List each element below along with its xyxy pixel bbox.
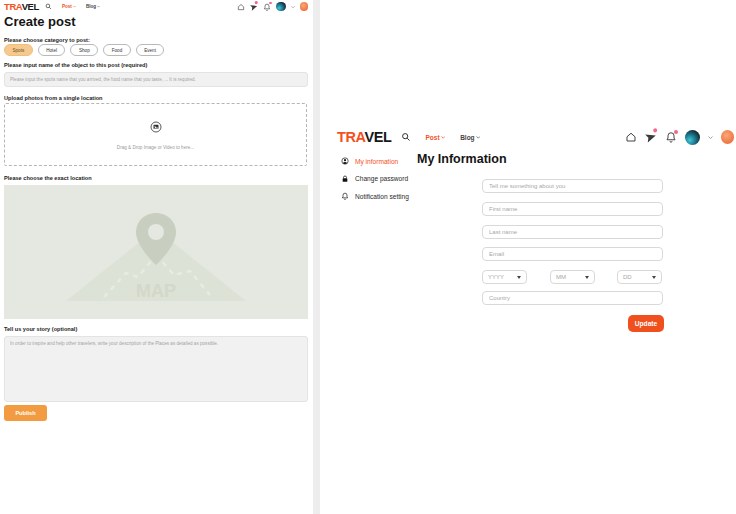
post-name-input[interactable] [4,72,308,87]
profile-circle-icon [341,157,349,165]
upload-dropzone[interactable]: Drag & Drop Image or Video to here... [4,103,307,166]
sidebar-item-change-password[interactable]: Change password [341,174,421,184]
send-icon[interactable] [249,1,259,11]
story-label: Tell us your story (optional) [4,326,77,332]
scrollbar[interactable] [313,0,320,514]
map-picker[interactable]: MAP [4,185,308,319]
category-chips: Spots Hotel Shop Food Event [4,44,164,56]
publish-button[interactable]: Publish [4,405,47,421]
page-title: My Information [417,152,507,166]
dob-day-select[interactable]: DD [617,270,662,284]
bell-icon[interactable] [263,3,271,11]
country-field[interactable] [482,291,663,305]
search-icon[interactable] [45,3,52,10]
page-title: Create post [4,14,76,29]
image-upload-icon [148,119,164,139]
nav-blog[interactable]: Blog [460,134,480,141]
nav-blog[interactable]: Blog [86,4,100,9]
map-placeholder-graphic: MAP [4,185,308,319]
settings-sidebar: My information Change password Notificat… [341,156,421,209]
lock-icon [341,175,349,183]
map-text: MAP [136,281,176,301]
left-header: TRAVEL Post Blog [4,1,308,12]
chevron-down-icon [585,276,589,279]
notification-dot [674,130,678,134]
chip-food[interactable]: Food [103,44,130,56]
first-name-input[interactable] [482,202,663,216]
chip-event[interactable]: Event [136,44,165,56]
avatar[interactable] [685,130,700,145]
name-label: Please input name of the object to this … [4,62,147,68]
location-label: Please choose the exact location [4,175,92,181]
notification-dot [255,0,258,3]
chip-spots[interactable]: Spots [4,44,33,56]
chevron-down-icon [652,276,656,279]
travel-logo[interactable]: TRAVEL [337,129,392,145]
chevron-down-icon[interactable] [708,135,713,140]
send-icon[interactable] [643,129,658,144]
home-icon[interactable] [237,3,245,11]
chevron-down-icon [517,276,521,279]
bell-icon[interactable] [665,131,677,143]
search-icon[interactable] [401,132,411,142]
upload-hint: Drag & Drop Image or Video to here... [117,145,194,150]
email-field[interactable] [482,247,663,261]
avatar[interactable] [276,2,286,12]
travel-logo[interactable]: TRAVEL [4,1,39,12]
category-label: Please choose category to post: [4,37,90,43]
dob-year-select[interactable]: YYYY [482,270,527,284]
notification-dot [269,2,272,5]
about-input[interactable] [482,179,663,193]
profile-status-icon[interactable] [300,2,309,11]
right-header: TRAVEL Post Blog [337,129,734,145]
upload-label: Upload photos from a single location [4,95,103,101]
chip-hotel[interactable]: Hotel [38,44,66,56]
nav-post[interactable]: Post [426,134,446,141]
last-name-input[interactable] [482,225,663,239]
nav-post[interactable]: Post [62,4,76,9]
sidebar-item-label: Notification setting [355,193,409,200]
chip-shop[interactable]: Shop [70,44,98,56]
bell-icon [341,192,349,200]
update-button[interactable]: Update [628,315,664,332]
story-textarea[interactable] [4,336,308,402]
sidebar-item-label: Change password [355,175,408,182]
profile-status-icon[interactable] [721,130,735,144]
chevron-down-icon[interactable] [291,5,295,9]
dob-month-select[interactable]: MM [550,270,595,284]
header-icon-group [237,2,308,12]
sidebar-item-my-information[interactable]: My information [341,156,421,166]
header-icon-group [625,130,735,145]
sidebar-item-label: My information [355,158,398,165]
sidebar-item-notification-setting[interactable]: Notification setting [341,191,421,201]
home-icon[interactable] [625,131,637,143]
